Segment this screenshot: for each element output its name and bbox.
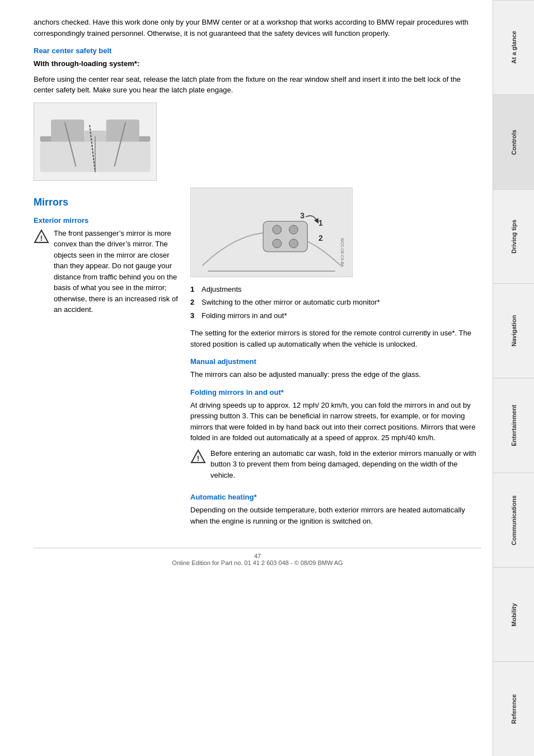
numbered-features-list: 1 Adjustments 2 Switching to the other m… — [190, 283, 481, 323]
automatic-heating-heading: Automatic heating* — [190, 493, 481, 501]
item-2-number: 2 — [190, 297, 198, 308]
intro-paragraph: anchors checked. Have this work done onl… — [34, 17, 481, 39]
page-number: 47 — [254, 553, 261, 559]
list-item-3: 3 Folding mirrors in and out* — [190, 309, 481, 323]
rear-center-heading: Rear center safety belt — [34, 46, 481, 55]
rear-center-subtitle: With through-loading system*: — [34, 58, 481, 69]
exterior-mirrors-heading: Exterior mirrors — [34, 216, 179, 225]
item-1-number: 1 — [190, 284, 198, 295]
exterior-mirrors-warning-text: The front passenger’s mirror is more con… — [54, 228, 179, 315]
automatic-heating-body: Depending on the outside temperature, bo… — [190, 505, 481, 526]
page-footer: 47 Online Edition for Part no. 01 41 2 6… — [34, 548, 481, 566]
folding-warning-box: ! Before entering an automatic car wash,… — [190, 448, 481, 486]
list-item-2: 2 Switching to the other mirror or autom… — [190, 296, 481, 309]
mirrors-title: Mirrors — [34, 197, 179, 208]
svg-point-14 — [289, 225, 298, 234]
main-content: anchors checked. Have this work done onl… — [0, 0, 493, 756]
sidebar-tab-mobility[interactable]: Mobility — [493, 567, 534, 662]
sidebar-tab-at-a-glance[interactable]: At a glance — [493, 0, 534, 95]
sidebar-tab-driving-tips[interactable]: Driving tips — [493, 189, 534, 284]
svg-text:WCC-CE-CS-BA: WCC-CE-CS-BA — [340, 237, 344, 267]
list-item-1: 1 Adjustments — [190, 283, 481, 296]
sidebar-tab-controls[interactable]: Controls — [493, 95, 534, 189]
item-3-number: 3 — [190, 310, 198, 321]
edition-text: Online Edition for Part no. 01 41 2 603 … — [172, 559, 343, 566]
right-column: 1 2 3 WCC-CE-CS-BA 1 — [190, 188, 481, 531]
svg-text:2: 2 — [318, 233, 323, 242]
left-column: Mirrors Exterior mirrors ! The front pas… — [34, 188, 179, 531]
svg-point-16 — [289, 239, 298, 248]
svg-text:1: 1 — [318, 218, 323, 227]
svg-point-13 — [273, 225, 282, 234]
sidebar-tab-reference[interactable]: Reference — [493, 661, 534, 756]
folding-mirrors-heading: Folding mirrors in and out* — [190, 388, 481, 396]
item-1-text: Adjustments — [202, 284, 242, 295]
seat-diagram — [34, 102, 157, 181]
sidebar-tab-entertainment[interactable]: Entertainment — [493, 378, 534, 473]
svg-point-15 — [273, 239, 282, 248]
sidebar: At a glance Controls Driving tips Naviga… — [493, 0, 534, 756]
folding-warning-icon: ! — [190, 449, 206, 465]
folding-mirrors-body: At driving speeds up to approx. 12 mph/ … — [190, 400, 481, 444]
svg-text:!: ! — [40, 234, 43, 242]
mirror-control-diagram: 1 2 3 WCC-CE-CS-BA — [190, 188, 353, 277]
item-2-text: Switching to the other mirror or automat… — [202, 297, 380, 308]
warning-triangle-icon: ! — [34, 229, 49, 245]
stored-settings-text: The setting for the exterior mirrors is … — [190, 328, 481, 349]
exterior-mirrors-warning-box: ! The front passenger’s mirror is more c… — [34, 228, 179, 320]
svg-text:3: 3 — [300, 211, 305, 220]
folding-warning-text: Before entering an automatic car wash, f… — [210, 448, 481, 481]
rear-center-subtitle-text: With through-loading system*: — [34, 59, 139, 68]
manual-adjustment-heading: Manual adjustment — [190, 357, 481, 366]
svg-rect-12 — [263, 221, 307, 251]
mirrors-section: Mirrors Exterior mirrors ! The front pas… — [34, 188, 481, 531]
rear-center-body: Before using the center rear seat, relea… — [34, 74, 481, 96]
sidebar-tab-communications[interactable]: Communications — [493, 473, 534, 567]
item-3-text: Folding mirrors in and out* — [202, 310, 287, 321]
manual-adjustment-body: The mirrors can also be adjusted manuall… — [190, 369, 481, 380]
svg-text:!: ! — [197, 454, 199, 463]
rear-center-section: Rear center safety belt With through-loa… — [34, 46, 481, 181]
sidebar-tab-navigation[interactable]: Navigation — [493, 283, 534, 378]
